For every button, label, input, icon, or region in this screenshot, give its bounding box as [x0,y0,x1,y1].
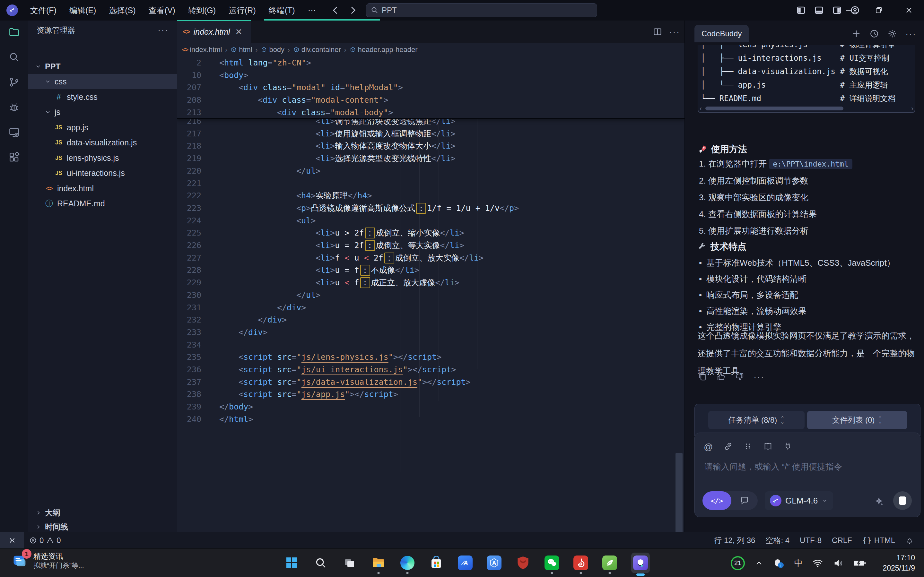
tree-item-app.js[interactable]: JSapp.js [28,120,177,135]
remote-explorer-icon[interactable] [7,125,21,139]
notifications-bell-icon[interactable] [900,532,919,549]
explorer-icon[interactable] [7,25,21,39]
code-line-233[interactable]: 233</div> [177,326,684,338]
menu-⋯[interactable]: ⋯ [303,4,321,17]
code-line-2[interactable]: 2<html lang="zh-CN"> [177,56,684,69]
minimize-button[interactable] [834,0,864,21]
code-line-226[interactable]: 226<li>u = 2f：成倒立、等大实像</li> [177,239,684,251]
restore-button[interactable] [864,0,894,21]
extensions-icon[interactable] [7,150,21,164]
tree-item-PPT[interactable]: PPT [28,59,177,74]
taskbar-app-app-a-slash[interactable]: ∕A [458,556,472,570]
language-mode[interactable]: {} HTML [857,532,900,549]
message-more-icon[interactable]: ··· [753,372,764,382]
taskbar-app-start[interactable] [284,556,299,570]
taskbar-app-file-explorer[interactable] [371,556,386,570]
breadcrumb-html[interactable]: html [231,45,252,54]
menu-选择(S)[interactable]: 选择(S) [104,3,140,18]
chat-mode-button[interactable] [731,491,758,510]
code-line-239[interactable]: 239</body> [177,400,684,413]
tree-item-ui-interactions.js[interactable]: JSui-interactions.js [28,166,177,181]
menu-编辑(E)[interactable]: 编辑(E) [64,3,101,18]
code-line-231[interactable]: 231</div> [177,301,684,314]
code-line-238[interactable]: 238<script src="js/app.js"></script> [177,388,684,400]
code-line-223[interactable]: 223<p>凸透镜成像遵循高斯成像公式：1/f = 1/u + 1/v</p> [177,202,684,214]
nav-back-icon[interactable] [329,5,341,16]
explorer-more-icon[interactable]: ··· [158,25,169,35]
code-line-237[interactable]: 237<script src="js/data-visualization.js… [177,376,684,388]
breadcrumb-header.app-header[interactable]: header.app-header [350,45,418,54]
menu-运行(R)[interactable]: 运行(R) [223,3,261,18]
enhance-prompt-icon[interactable] [874,496,885,508]
editor-more-icon[interactable]: ··· [669,27,680,37]
code-line-222[interactable]: 222<h4>实验原理</h4> [177,189,684,202]
taskbar-app-leaf-app[interactable] [602,556,617,570]
toggle-panel-icon[interactable] [813,5,825,16]
mcp-plug-icon[interactable] [784,442,792,452]
code-line-234[interactable]: 234 [177,338,684,351]
wifi-icon[interactable] [812,558,823,569]
code-line-240[interactable]: 240</html> [177,413,684,425]
breadcrumb-div.container[interactable]: div.container [293,45,341,54]
chat-input-box[interactable]: @ 请输入问题，或输入 “/” 使用便捷指令 </> GLM-4.6 [695,433,921,517]
mouse-utility-icon[interactable]: i [773,558,785,569]
code-line-207[interactable]: 207<div class="modal" id="helpModal"> [177,81,684,94]
close-button[interactable] [894,0,924,21]
taskbar-app-wechat[interactable] [545,556,559,570]
tab-index-html[interactable]: <> index.html ✕ [177,21,251,43]
model-selector[interactable]: GLM-4.6 [765,491,833,510]
volume-icon[interactable] [833,558,844,569]
mention-icon[interactable]: @ [704,442,713,452]
section-大纲[interactable]: 大纲 [28,506,177,519]
taskbar-app-security-shield[interactable] [516,556,531,570]
code-line-221[interactable]: 221 [177,177,684,190]
indentation[interactable]: 空格: 4 [760,532,795,549]
code-line-236[interactable]: 236<script src="js/ui-interactions.js"><… [177,363,684,376]
code-line-218[interactable]: 218<li>输入物体高度改变物体大小</li> [177,140,684,152]
problems-status[interactable]: 0 0 [24,532,66,549]
taskbar-clock[interactable]: 17:10 2025/11/9 [882,553,915,573]
code-line-228[interactable]: 228<li>u = f：不成像</li> [177,264,684,276]
tab-close-icon[interactable]: ✕ [235,27,242,37]
ime-indicator[interactable]: 中 [794,558,803,569]
split-editor-icon[interactable] [653,27,662,36]
code-line-208[interactable]: 208<div class="modal-content"> [177,94,684,106]
task-list-button[interactable]: 任务清单 (8/8)⌃⌄ [708,411,805,429]
stop-button[interactable] [893,491,912,510]
new-chat-icon[interactable] [851,29,861,39]
scroll-right-icon[interactable]: › [911,104,913,112]
code-line-227[interactable]: 227<li>f < u < 2f：成倒立、放大实像</li> [177,251,684,264]
encoding[interactable]: UTF-8 [795,532,827,549]
code-line-220[interactable]: 220</ul> [177,164,684,177]
panel-more-icon[interactable]: ··· [905,29,916,39]
code-line-217[interactable]: 217<li>使用旋钮或输入框调整物距</li> [177,127,684,140]
tray-chevron-up-icon[interactable] [755,559,763,568]
copy-icon[interactable] [698,372,707,382]
section-时间线[interactable]: 时间线 [28,520,177,533]
code-line-224[interactable]: 224<ul> [177,214,684,227]
taskbar-app-codebuddy[interactable] [631,553,650,573]
code-line-10[interactable]: 10<body> [177,69,684,82]
code-line-225[interactable]: 225<li>u > 2f：成倒立、缩小实像</li> [177,227,684,239]
code-line-219[interactable]: 219<li>选择光源类型改变光线特性</li> [177,152,684,164]
attach-link-icon[interactable] [724,442,733,452]
code-area[interactable]: 216<li>调节焦距滑块改变透镜焦距</li>217<li>使用旋钮或输入框调… [177,56,684,532]
scroll-left-icon[interactable]: ‹ [700,104,702,112]
battery-icon[interactable] [853,558,866,568]
settings-gear-icon[interactable] [887,29,897,39]
tree-item-js[interactable]: js [28,105,177,119]
menu-文件(F)[interactable]: 文件(F) [25,3,62,18]
taskbar-app-edge[interactable] [400,556,415,570]
code-line-232[interactable]: 232</div> [177,314,684,326]
global-search-input[interactable]: PPT [366,3,597,17]
tree-item-README.md[interactable]: ⓘREADME.md [28,196,177,211]
editor-scrollbar[interactable] [676,453,682,532]
widgets-button[interactable]: 1 精选资讯 拟就“开门杀”等... [11,551,84,570]
tree-item-css[interactable]: css [28,74,177,89]
thumbs-down-icon[interactable] [735,372,745,382]
taskbar-app-netease-music[interactable] [573,556,588,570]
menu-终端(T)[interactable]: 终端(T) [264,3,300,18]
commands-icon[interactable] [743,442,753,452]
code-mode-button[interactable]: </> [703,491,731,510]
taskbar-app-task-view[interactable] [342,556,357,570]
